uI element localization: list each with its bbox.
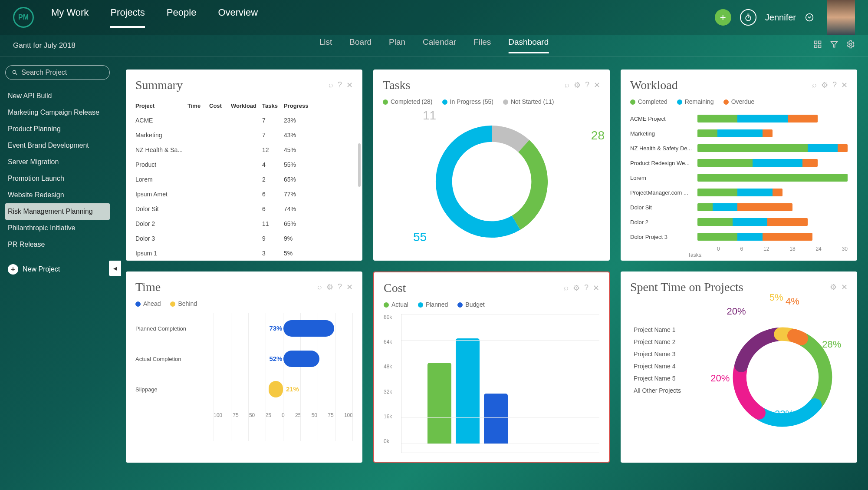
new-project-button[interactable]: + New Project: [5, 261, 110, 278]
sidebar-project-item[interactable]: PR Release: [5, 236, 110, 253]
cost-bar: [427, 363, 451, 444]
spent-slice-label: 23%: [775, 408, 794, 420]
search-icon[interactable]: ⌕: [564, 283, 569, 293]
workload-row[interactable]: Dolor 2: [630, 215, 848, 229]
plus-icon: +: [8, 264, 18, 275]
workload-row[interactable]: ACME Project: [630, 111, 848, 126]
sidebar-project-item[interactable]: Marketing Campaign Release: [5, 104, 110, 121]
help-icon[interactable]: ?: [338, 80, 342, 90]
legend-item: Budget: [457, 301, 484, 308]
search-icon[interactable]: ⌕: [329, 80, 333, 90]
search-input[interactable]: [21, 69, 103, 76]
project-list: New API BuildMarketing Campaign ReleaseP…: [5, 88, 110, 253]
workload-row[interactable]: Product Redesign We...: [630, 156, 848, 170]
user-name[interactable]: Jennifer: [765, 13, 796, 23]
breadcrumb: Gantt for July 2018: [13, 41, 76, 50]
workload-row[interactable]: Marketing: [630, 126, 848, 141]
settings-icon[interactable]: [846, 40, 855, 51]
col-header: Progress: [284, 103, 314, 109]
legend-item: Actual: [384, 301, 408, 308]
gear-icon[interactable]: ⚙: [821, 80, 828, 90]
nav-projects[interactable]: Projects: [110, 7, 145, 28]
summary-row[interactable]: Marketing743%: [135, 128, 353, 142]
sub-nav: Gantt for July 2018 ListBoardPlanCalenda…: [0, 35, 868, 56]
summary-row[interactable]: Lorem265%: [135, 172, 353, 187]
search-box[interactable]: [5, 65, 110, 80]
workload-row[interactable]: NZ Health & Safety De...: [630, 141, 848, 156]
workload-row[interactable]: Dolor Sit: [630, 200, 848, 215]
sidebar-project-item[interactable]: New API Build: [5, 88, 110, 104]
close-icon[interactable]: ✕: [346, 80, 353, 90]
summary-row[interactable]: Dolor 399%: [135, 231, 353, 246]
tab-dashboard[interactable]: Dashboard: [508, 37, 549, 53]
dashboard-grid: Summary ⌕ ? ✕ ProjectTimeCostWorkloadTas…: [115, 56, 868, 490]
tab-files[interactable]: Files: [473, 37, 491, 53]
close-icon[interactable]: ✕: [594, 80, 600, 90]
svg-rect-4: [815, 41, 817, 44]
tab-calendar[interactable]: Calendar: [423, 37, 456, 53]
summary-row[interactable]: Dolor 21165%: [135, 216, 353, 231]
filter-icon[interactable]: [830, 40, 838, 51]
summary-row[interactable]: Ipsum 135%: [135, 246, 353, 261]
workload-row[interactable]: Lorem: [630, 170, 848, 185]
sidebar-project-item[interactable]: Website Redesign: [5, 187, 110, 203]
add-button[interactable]: +: [715, 9, 731, 26]
legend-item: In Progress (55): [442, 98, 493, 105]
help-icon[interactable]: ?: [338, 282, 342, 292]
help-icon[interactable]: ?: [832, 80, 837, 90]
main-nav: My WorkProjectsPeopleOverview: [51, 7, 258, 28]
sidebar-project-item[interactable]: Event Brand Development: [5, 137, 110, 154]
sidebar-project-item[interactable]: Product Planning: [5, 121, 110, 137]
cost-bar: [456, 338, 480, 444]
spent-slice-label: 20%: [727, 306, 746, 317]
summary-row[interactable]: Dolor Sit674%: [135, 202, 353, 216]
summary-row[interactable]: Product455%: [135, 157, 353, 172]
nav-overview[interactable]: Overview: [218, 7, 258, 28]
gear-icon[interactable]: ⚙: [830, 282, 837, 292]
sidebar-project-item[interactable]: Promotion Launch: [5, 170, 110, 187]
cost-card: Cost ⌕ ⚙ ? ✕ ActualPlannedBudget 80k64k4…: [373, 271, 610, 463]
workload-card: Workload ⌕ ⚙ ? ✕ CompletedRemainingOverd…: [621, 70, 857, 261]
tab-plan[interactable]: Plan: [389, 37, 405, 53]
search-icon: [12, 69, 18, 76]
tasks-donut: 11 28 55: [383, 111, 600, 252]
help-icon[interactable]: ?: [584, 283, 589, 293]
legend-item: Behind: [170, 300, 197, 307]
search-icon[interactable]: ⌕: [565, 80, 569, 90]
scrollbar[interactable]: [358, 143, 361, 187]
sidebar-project-item[interactable]: Server Migration: [5, 154, 110, 170]
search-icon[interactable]: ⌕: [812, 80, 817, 90]
grid-view-icon[interactable]: [813, 40, 822, 51]
summary-row[interactable]: ACME723%: [135, 113, 353, 128]
workload-row[interactable]: Dolor Project 3: [630, 229, 848, 243]
summary-table: ProjectTimeCostWorkloadTasksProgressACME…: [135, 98, 353, 261]
gear-icon[interactable]: ⚙: [573, 283, 580, 293]
sidebar-project-item[interactable]: Philanthropic Initiative: [5, 220, 110, 236]
chevron-down-icon[interactable]: [805, 13, 814, 22]
close-icon[interactable]: ✕: [346, 282, 353, 292]
legend-item: Completed (28): [383, 98, 433, 105]
sidebar-project-item[interactable]: Risk Management Planning: [5, 203, 110, 220]
gear-icon[interactable]: ⚙: [574, 80, 581, 90]
search-icon[interactable]: ⌕: [317, 282, 322, 292]
close-icon[interactable]: ✕: [841, 282, 848, 292]
close-icon[interactable]: ✕: [841, 80, 848, 90]
summary-row[interactable]: NZ Health & Sa...1245%: [135, 142, 353, 157]
legend-item: Project Name 5: [630, 375, 717, 382]
app-logo[interactable]: PM: [13, 7, 34, 28]
workload-row[interactable]: ProjectManager.com ...: [630, 185, 848, 200]
tasks-legend: Completed (28)In Progress (55)Not Starte…: [383, 98, 600, 105]
timer-button[interactable]: [740, 9, 756, 26]
nav-people[interactable]: People: [167, 7, 197, 28]
tab-board[interactable]: Board: [349, 37, 372, 53]
collapse-sidebar-handle[interactable]: ◂: [109, 261, 121, 276]
summary-row[interactable]: Ipsum Amet677%: [135, 187, 353, 202]
close-icon[interactable]: ✕: [593, 283, 599, 293]
tab-list[interactable]: List: [319, 37, 332, 53]
gear-icon[interactable]: ⚙: [326, 282, 333, 292]
svg-rect-6: [815, 45, 817, 48]
spent-slice-label: 20%: [710, 373, 730, 384]
nav-my-work[interactable]: My Work: [51, 7, 89, 28]
help-icon[interactable]: ?: [585, 80, 589, 90]
avatar[interactable]: [827, 0, 855, 35]
